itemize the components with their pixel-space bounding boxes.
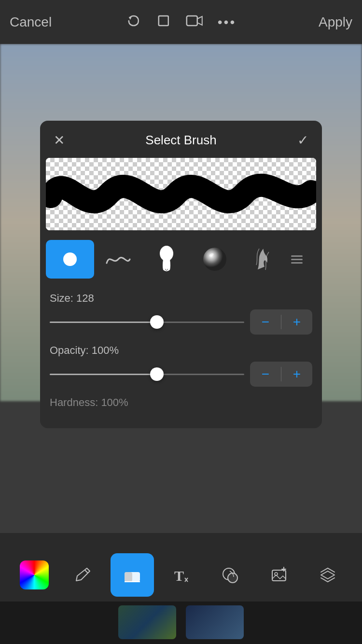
video-icon [186, 14, 203, 28]
more-lines-icon [291, 255, 303, 264]
brush-type-wave[interactable] [94, 240, 142, 279]
undo-icon [126, 13, 141, 28]
apply-button[interactable]: Apply [319, 14, 352, 30]
round-brush-icon [63, 252, 77, 266]
brush-more-button[interactable] [287, 240, 306, 279]
undo-button[interactable] [126, 13, 141, 31]
check-icon: ✓ [297, 133, 308, 148]
photo-tool-icon [268, 564, 290, 586]
size-label: Size: 128 [50, 292, 312, 305]
cancel-button[interactable]: Cancel [10, 14, 52, 30]
sliders-section: Size: 128 − + Opacity: 100% [40, 286, 322, 428]
opacity-fill [50, 374, 157, 375]
size-increase-button[interactable]: + [281, 309, 312, 335]
bottom-toolbar: T [0, 548, 362, 602]
wave-brush-icon [105, 250, 132, 269]
strip-thumbnail-1[interactable] [118, 605, 176, 639]
select-brush-modal: ✕ Select Brush ✓ [40, 121, 322, 428]
svg-marker-0 [129, 17, 132, 20]
brush-preview [46, 158, 316, 230]
layers-tool-icon [317, 564, 338, 586]
layers-tool[interactable] [306, 553, 349, 597]
svg-point-5 [203, 248, 226, 271]
more-icon: ••• [218, 14, 236, 29]
svg-rect-8 [125, 572, 132, 582]
color-tool[interactable] [13, 553, 56, 597]
opacity-btn-group: − + [250, 362, 312, 387]
svg-text:T: T [174, 568, 184, 584]
size-fill [50, 322, 157, 323]
video-button[interactable] [186, 14, 203, 30]
svg-point-4 [160, 246, 173, 261]
svg-rect-2 [187, 16, 197, 26]
size-track [50, 322, 244, 323]
modal-confirm-button[interactable]: ✓ [295, 130, 310, 150]
bottom-strip [0, 602, 362, 644]
modal-header: ✕ Select Brush ✓ [40, 121, 322, 158]
close-icon: ✕ [54, 133, 65, 148]
svg-point-14 [228, 573, 237, 583]
brush-type-drip[interactable] [142, 240, 191, 279]
size-controls: − + [50, 309, 312, 335]
size-track-container[interactable] [50, 312, 244, 332]
color-wheel-icon [20, 560, 49, 589]
photo-tool[interactable] [257, 553, 301, 597]
opacity-decrease-button[interactable]: − [250, 362, 281, 387]
brush-stroke [46, 158, 316, 230]
brush-tool[interactable] [61, 553, 105, 597]
svg-rect-15 [272, 570, 286, 581]
more-button[interactable]: ••• [218, 14, 236, 30]
size-decrease-button[interactable]: − [250, 309, 281, 335]
modal-title: Select Brush [145, 133, 216, 148]
opacity-controls: − + [50, 362, 312, 387]
text-tool-icon: T [170, 564, 192, 586]
clone-tool-icon [219, 564, 240, 586]
hardness-label: Hardness: 100% [50, 396, 312, 409]
opacity-track-container[interactable] [50, 364, 244, 384]
top-toolbar: Cancel ••• Apply [0, 0, 362, 44]
modal-close-button[interactable]: ✕ [52, 130, 67, 150]
scratch-brush-icon [249, 245, 278, 274]
opacity-slider-row: Opacity: 100% − + [50, 344, 312, 387]
brush-tool-icon [72, 564, 94, 586]
crop-icon [156, 13, 171, 28]
opacity-increase-button[interactable]: + [281, 362, 312, 387]
brush-type-round[interactable] [46, 240, 94, 279]
hardness-slider-row: Hardness: 100% [50, 396, 312, 409]
svg-marker-3 [197, 16, 202, 25]
clone-tool[interactable] [208, 553, 251, 597]
size-thumb[interactable] [150, 315, 164, 329]
chrome-brush-icon [202, 246, 228, 272]
crop-button[interactable] [156, 13, 171, 31]
eraser-tool[interactable] [111, 553, 154, 597]
text-tool[interactable]: T [159, 553, 203, 597]
eraser-tool-icon [122, 564, 143, 586]
strip-thumbnail-2[interactable] [186, 605, 244, 639]
opacity-label: Opacity: 100% [50, 344, 312, 357]
opacity-thumb[interactable] [150, 367, 164, 381]
brush-type-chrome[interactable] [191, 240, 239, 279]
size-btn-group: − + [250, 309, 312, 335]
drip-brush-icon [154, 245, 179, 274]
opacity-track [50, 374, 244, 375]
brush-type-selector [40, 236, 322, 286]
brush-type-scratch[interactable] [239, 240, 287, 279]
svg-rect-1 [159, 16, 168, 26]
size-slider-row: Size: 128 − + [50, 292, 312, 335]
